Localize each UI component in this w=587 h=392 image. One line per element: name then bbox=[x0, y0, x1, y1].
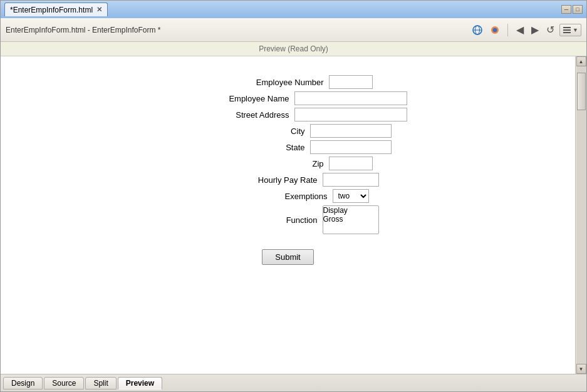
firefox-icon[interactable] bbox=[487, 23, 502, 38]
ie-icon[interactable] bbox=[470, 23, 485, 38]
scroll-thumb[interactable] bbox=[577, 73, 586, 110]
street-address-label: Street Address bbox=[169, 110, 294, 120]
svg-rect-7 bbox=[563, 32, 571, 33]
employee-number-row: Employee Number bbox=[13, 75, 563, 89]
editor-tab-label: *EnterEmpInfoForm.html bbox=[10, 6, 93, 14]
svg-rect-5 bbox=[563, 27, 571, 28]
function-option-gross: Gross bbox=[323, 215, 378, 224]
scroll-down-button[interactable]: ▼ bbox=[576, 364, 586, 374]
toolbar-icons: ◀ ▶ ↺ ▼ bbox=[470, 23, 581, 38]
tab-close-icon[interactable]: ✕ bbox=[96, 6, 102, 14]
employee-name-input[interactable] bbox=[294, 91, 407, 105]
employee-number-label: Employee Number bbox=[204, 78, 329, 87]
back-button[interactable]: ◀ bbox=[513, 23, 527, 37]
forward-button[interactable]: ▶ bbox=[528, 23, 542, 37]
tab-design[interactable]: Design bbox=[3, 377, 43, 389]
menu-button[interactable]: ▼ bbox=[559, 24, 581, 36]
function-label: Function bbox=[197, 215, 323, 225]
employee-name-row: Employee Name bbox=[13, 91, 563, 105]
city-label: City bbox=[185, 126, 310, 136]
editor-tab[interactable]: *EnterEmpInfoForm.html ✕ bbox=[4, 3, 108, 16]
city-row: City bbox=[13, 124, 563, 138]
employee-number-input[interactable] bbox=[329, 75, 373, 89]
toolbar-separator bbox=[507, 24, 508, 36]
zip-label: Zip bbox=[204, 159, 329, 168]
nav-buttons: ◀ ▶ ↺ bbox=[513, 23, 557, 37]
function-row: Function Display Gross bbox=[13, 205, 563, 234]
exemptions-row: Exemptions one two three four bbox=[13, 189, 563, 203]
employee-name-label: Employee Name bbox=[169, 94, 294, 103]
exemptions-select[interactable]: one two three four bbox=[333, 189, 369, 203]
maximize-button[interactable]: □ bbox=[573, 5, 583, 14]
city-input[interactable] bbox=[310, 124, 392, 138]
refresh-button[interactable]: ↺ bbox=[543, 23, 557, 37]
main-window: *EnterEmpInfoForm.html ✕ ─ □ EnterEmpInf… bbox=[0, 0, 587, 392]
bottom-tab-bar: Design Source Split Preview bbox=[1, 374, 586, 391]
function-option-display: Display bbox=[323, 206, 378, 215]
window-controls: ─ □ bbox=[561, 5, 583, 14]
submit-row: Submit bbox=[13, 249, 563, 265]
scroll-track[interactable] bbox=[576, 66, 586, 364]
toolbar: EnterEmpInfoForm.html - EnterEmpInfoForm… bbox=[1, 18, 586, 42]
pay-rate-row: Hourly Pay Rate bbox=[13, 173, 563, 187]
submit-button[interactable]: Submit bbox=[262, 249, 313, 265]
zip-row: Zip bbox=[13, 157, 563, 170]
exemptions-label: Exemptions bbox=[207, 192, 333, 201]
minimize-button[interactable]: ─ bbox=[561, 5, 571, 14]
toolbar-title: EnterEmpInfoForm.html - EnterEmpInfoForm… bbox=[6, 26, 465, 34]
pay-rate-input[interactable] bbox=[323, 173, 379, 187]
scroll-up-button[interactable]: ▲ bbox=[576, 56, 586, 66]
tab-preview[interactable]: Preview bbox=[118, 377, 162, 389]
street-address-row: Street Address bbox=[13, 108, 563, 121]
state-row: State bbox=[13, 140, 563, 154]
state-label: State bbox=[185, 143, 310, 152]
scrollbar[interactable]: ▲ ▼ bbox=[575, 56, 586, 374]
content-area: Employee Number Employee Name Street Add… bbox=[1, 56, 586, 374]
tab-source[interactable]: Source bbox=[44, 377, 84, 389]
tab-strip: *EnterEmpInfoForm.html ✕ bbox=[4, 3, 559, 16]
form-container: Employee Number Employee Name Street Add… bbox=[1, 56, 575, 374]
title-bar: *EnterEmpInfoForm.html ✕ ─ □ bbox=[1, 1, 586, 18]
tab-split[interactable]: Split bbox=[85, 377, 116, 389]
pay-rate-label: Hourly Pay Rate bbox=[197, 175, 323, 185]
state-input[interactable] bbox=[310, 140, 392, 154]
menu-arrow: ▼ bbox=[573, 27, 578, 33]
street-address-input[interactable] bbox=[294, 108, 407, 121]
preview-banner: Preview (Read Only) bbox=[1, 42, 586, 56]
zip-input[interactable] bbox=[329, 157, 373, 170]
svg-rect-6 bbox=[563, 29, 571, 31]
svg-point-4 bbox=[493, 28, 497, 32]
function-listbox[interactable]: Display Gross bbox=[323, 205, 379, 234]
